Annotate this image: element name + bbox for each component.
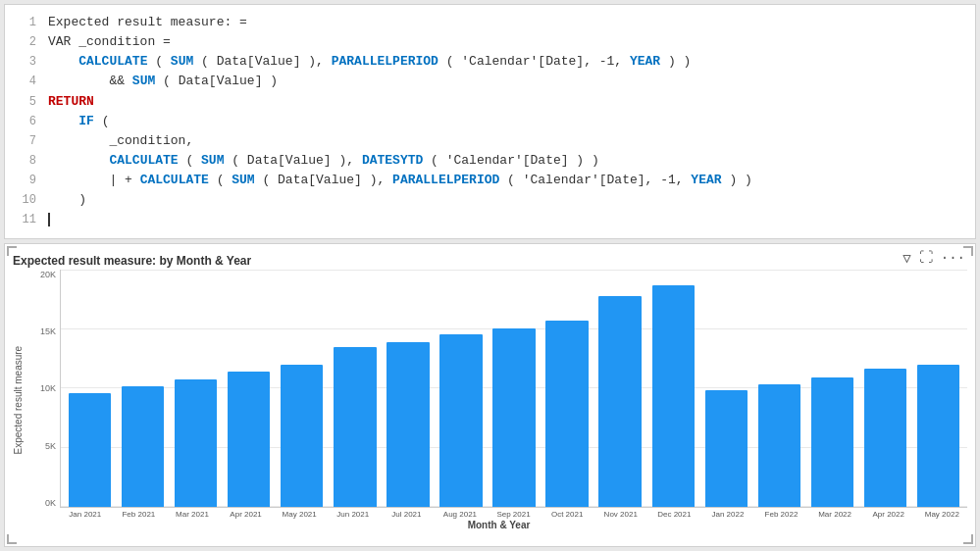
bracket-tl: [7, 246, 17, 256]
bar-group[interactable]: [330, 270, 380, 507]
token: PARALLELPERIOD: [332, 54, 438, 69]
y-tick: 15K: [30, 326, 60, 336]
token: &&: [48, 74, 132, 88]
bar-group[interactable]: [436, 270, 486, 507]
bar[interactable]: [758, 384, 800, 507]
token: (: [94, 114, 110, 128]
token: ( Data[Value] ),: [193, 54, 331, 69]
token: | +: [48, 173, 140, 187]
code-text: ): [48, 190, 86, 210]
line-number: 3: [13, 53, 36, 72]
filter-icon[interactable]: ▽: [903, 250, 910, 267]
x-axis-title: Month & Year: [30, 520, 967, 530]
bar-group[interactable]: [595, 270, 645, 507]
bar[interactable]: [175, 379, 217, 507]
token: (: [438, 54, 461, 69]
bar-group[interactable]: [65, 270, 115, 507]
line-number: 11: [13, 211, 36, 229]
x-label: Jan 2022: [702, 510, 753, 519]
code-text: CALCULATE ( SUM ( Data[Value] ), DATESYT…: [48, 151, 599, 171]
token: (: [179, 153, 201, 168]
bar-group[interactable]: [754, 270, 804, 507]
x-label: Aug 2021: [435, 510, 486, 519]
code-text: RETURN: [48, 92, 94, 112]
bar-group[interactable]: [542, 270, 593, 507]
text-cursor: [48, 213, 50, 226]
bar[interactable]: [228, 372, 270, 507]
bar-group[interactable]: [701, 270, 751, 507]
bar-group[interactable]: [118, 270, 168, 507]
bar[interactable]: [69, 393, 111, 507]
token: ( Data[Value] ): [155, 74, 278, 88]
token: VAR _condition =: [48, 34, 171, 49]
code-line: 4 && SUM ( Data[Value] ): [5, 72, 975, 91]
x-axis-labels: Jan 2021Feb 2021Mar 2021Apr 2021May 2021…: [30, 510, 967, 519]
bar[interactable]: [811, 377, 853, 507]
chart-title: Expected result measure: by Month & Year: [13, 254, 967, 268]
code-line: 10 ): [5, 190, 975, 210]
x-label: Dec 2021: [649, 510, 700, 519]
bar-group[interactable]: [490, 270, 540, 507]
token: Expected result measure: =: [48, 15, 247, 29]
x-label: May 2022: [917, 510, 968, 519]
bar[interactable]: [281, 365, 323, 507]
x-label: Apr 2021: [221, 510, 272, 519]
expand-icon[interactable]: ⛶: [919, 250, 933, 266]
bar-group[interactable]: [383, 270, 433, 507]
token: , -1,: [584, 54, 630, 69]
x-label: Feb 2021: [114, 510, 165, 519]
bar-group[interactable]: [648, 270, 698, 507]
chart-panel: ▽ ⛶ ··· Expected result measure: by Mont…: [4, 243, 976, 547]
bar[interactable]: [334, 347, 376, 507]
code-line: 6 IF (: [5, 112, 975, 131]
token: (: [147, 54, 170, 69]
line-number: 4: [13, 73, 36, 91]
bar[interactable]: [545, 321, 588, 507]
bar-group[interactable]: [277, 270, 327, 507]
token: SUM: [232, 173, 254, 187]
token: 'Calendar'[Date]: [461, 54, 584, 69]
bar-group[interactable]: [807, 270, 857, 507]
bar[interactable]: [864, 369, 906, 507]
bar[interactable]: [122, 386, 164, 507]
token: ( Data[Value] ),: [255, 173, 392, 187]
token: _condition,: [48, 133, 193, 148]
x-label: Jun 2021: [328, 510, 379, 519]
token: CALCULATE: [109, 153, 178, 168]
bar-group[interactable]: [913, 270, 963, 507]
bar[interactable]: [492, 328, 535, 507]
token: ) ): [569, 153, 599, 168]
code-line: 3 CALCULATE ( SUM ( Data[Value] ), PARAL…: [5, 52, 975, 72]
token: YEAR: [691, 173, 721, 187]
code-line: 8 CALCULATE ( SUM ( Data[Value] ), DATES…: [5, 151, 975, 171]
code-line: 9 | + CALCULATE ( SUM ( Data[Value] ), P…: [5, 171, 975, 190]
bar[interactable]: [652, 285, 695, 507]
code-editor[interactable]: 1Expected result measure: =2VAR _conditi…: [4, 4, 976, 239]
more-icon[interactable]: ···: [941, 250, 965, 266]
token: CALCULATE: [78, 54, 147, 69]
bars-and-yaxis: 0K5K10K15K20K: [30, 270, 967, 508]
y-tick: 10K: [30, 383, 60, 393]
bar[interactable]: [387, 342, 429, 508]
bar[interactable]: [917, 365, 959, 507]
token: [48, 54, 78, 69]
line-number: 8: [13, 152, 36, 171]
y-tick: 20K: [30, 270, 60, 279]
bar[interactable]: [598, 296, 641, 507]
x-label: Apr 2022: [863, 510, 914, 519]
code-text: Expected result measure: =: [48, 13, 247, 32]
line-number: 1: [13, 14, 36, 32]
chart-area: Expected result measure 0K5K10K15K20K Ja…: [13, 270, 967, 530]
line-number: 7: [13, 132, 36, 151]
token: 'Calendar'[Date]: [446, 153, 569, 168]
bar-group[interactable]: [171, 270, 221, 507]
chart-inner: 0K5K10K15K20K Jan 2021Feb 2021Mar 2021Ap…: [30, 270, 967, 530]
line-number: 2: [13, 33, 36, 52]
x-label: Feb 2022: [756, 510, 807, 519]
code-line: 5RETURN: [5, 92, 975, 112]
bars-container: [60, 270, 967, 508]
bar[interactable]: [705, 390, 748, 507]
bar[interactable]: [439, 334, 482, 507]
bar-group[interactable]: [224, 270, 274, 507]
bar-group[interactable]: [860, 270, 910, 507]
